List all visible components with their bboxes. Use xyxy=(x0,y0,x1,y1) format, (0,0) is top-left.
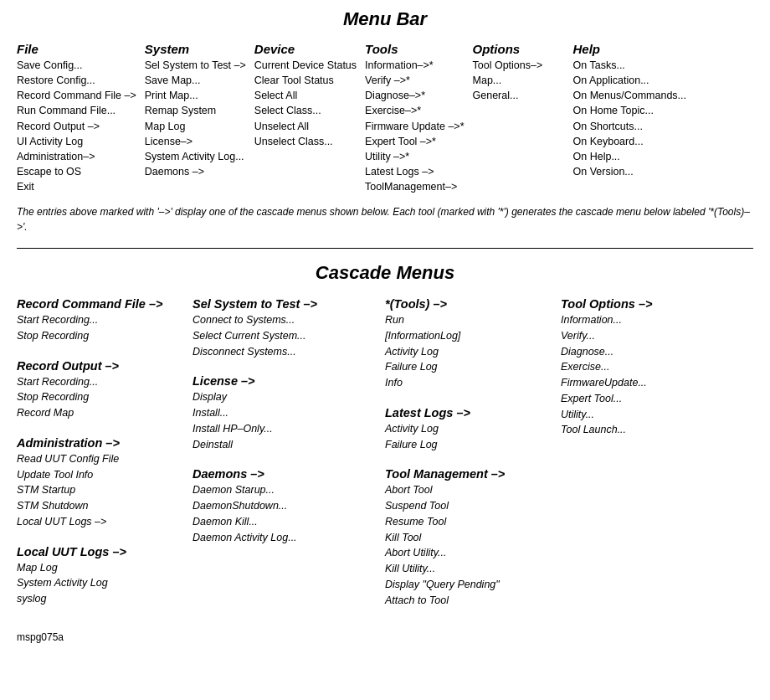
cascade-item: Exercise... xyxy=(561,359,720,375)
menu-col-device-header: Device xyxy=(254,42,357,56)
cascade-item: FirmwareUpdate... xyxy=(561,375,720,391)
menu-bar-columns: File Save Config... Restore Config... Re… xyxy=(17,42,753,194)
menu-item: System Activity Log... xyxy=(145,149,246,164)
cascade-item: STM Shutdown xyxy=(17,498,176,514)
menu-item: General... xyxy=(473,88,565,103)
menu-item: Unselect All xyxy=(254,119,357,134)
menu-item: Escape to OS xyxy=(17,164,136,179)
cascade-item: Install HP–Only... xyxy=(192,421,368,437)
cascade-item: DaemonShutdown... xyxy=(192,498,368,514)
menu-col-tools: Tools Information–>* Verify –>* Diagnose… xyxy=(365,42,472,194)
cascade-item: Verify... xyxy=(561,328,720,344)
cascade-section-record-output: Record Output –> Start Recording... Stop… xyxy=(17,359,176,421)
menu-item: Unselect Class... xyxy=(254,134,357,149)
menu-item: Map Log xyxy=(145,119,246,134)
cascade-item: Display "Query Pending" xyxy=(385,577,544,593)
cascade-item: syslog xyxy=(17,591,176,607)
menu-item: On Application... xyxy=(573,73,686,88)
cascade-item: System Activity Log xyxy=(17,575,176,591)
menu-item: Print Map... xyxy=(145,88,246,103)
menu-item: Verify –>* xyxy=(365,73,464,88)
menu-item: On Shortcuts... xyxy=(573,119,686,134)
menu-item: Select All xyxy=(254,88,357,103)
cascade-item: Read UUT Config File xyxy=(17,451,176,467)
menu-bar-note: The entries above marked with '–>' displ… xyxy=(17,204,753,234)
menu-col-tools-header: Tools xyxy=(365,42,464,56)
cascade-header-daemons: Daemons –> xyxy=(192,467,368,481)
menu-item: Clear Tool Status xyxy=(254,73,357,88)
cascade-item: Failure Log xyxy=(385,359,544,375)
page-id: mspg075a xyxy=(17,631,753,643)
menu-item: License–> xyxy=(145,134,246,149)
menu-item: Select Class... xyxy=(254,103,357,118)
menu-item: Sel System to Test –> xyxy=(145,58,246,73)
cascade-item: Start Recording... xyxy=(17,374,176,390)
page-title: Menu Bar xyxy=(17,8,753,30)
menu-col-system: System Sel System to Test –> Save Map...… xyxy=(145,42,254,194)
cascade-item: Daemon Activity Log... xyxy=(192,530,368,546)
menu-item: On Version... xyxy=(573,164,686,179)
cascade-section-tools: *(Tools) –> Run [InformationLog] Activit… xyxy=(385,297,544,391)
menu-item: Save Config... xyxy=(17,58,136,73)
cascade-item: Map Log xyxy=(17,560,176,576)
cascade-item: Kill Tool xyxy=(385,530,544,546)
menu-item: ToolManagement–> xyxy=(365,179,464,194)
cascade-item: Diagnose... xyxy=(561,344,720,360)
menu-item: Expert Tool –>* xyxy=(365,134,464,149)
menu-item: Administration–> xyxy=(17,149,136,164)
menu-item: On Home Topic... xyxy=(573,103,686,118)
cascade-item: Stop Recording xyxy=(17,328,176,344)
cascade-section-record-command: Record Command File –> Start Recording..… xyxy=(17,297,176,344)
cascade-item: Resume Tool xyxy=(385,514,544,530)
cascade-item: Failure Log xyxy=(385,437,544,453)
cascade-section-tool-management: Tool Management –> Abort Tool Suspend To… xyxy=(385,467,544,608)
menu-bar-section: File Save Config... Restore Config... Re… xyxy=(17,42,753,234)
cascade-item: Utility... xyxy=(561,407,720,423)
cascade-item: Stop Recording xyxy=(17,389,176,405)
cascade-item: [InformationLog] xyxy=(385,328,544,344)
cascade-header-local-uut-logs: Local UUT Logs –> xyxy=(17,545,176,558)
cascade-header-record-output: Record Output –> xyxy=(17,359,176,373)
cascade-header-administration: Administration –> xyxy=(17,436,176,450)
cascade-header-sel-system: Sel System to Test –> xyxy=(192,297,368,311)
cascade-section-latest-logs: Latest Logs –> Activity Log Failure Log xyxy=(385,406,544,453)
menu-col-file: File Save Config... Restore Config... Re… xyxy=(17,42,145,194)
menu-item: On Help... xyxy=(573,149,686,164)
cascade-item: Select Current System... xyxy=(192,328,368,344)
menu-col-options: Options Tool Options–> Map... General... xyxy=(473,42,573,194)
menu-item: Run Command File... xyxy=(17,103,136,118)
cascade-item: Deinstall xyxy=(192,437,368,453)
section-divider xyxy=(17,248,753,249)
cascade-section-administration: Administration –> Read UUT Config File U… xyxy=(17,436,176,530)
cascade-item: Daemon Starup... xyxy=(192,482,368,498)
menu-item: Record Command File –> xyxy=(17,88,136,103)
menu-item: Restore Config... xyxy=(17,73,136,88)
menu-item: Save Map... xyxy=(145,73,246,88)
cascade-section-license: License –> Display Install... Install HP… xyxy=(192,374,368,452)
cascade-col-3: *(Tools) –> Run [InformationLog] Activit… xyxy=(385,297,552,623)
menu-col-help-header: Help xyxy=(573,42,686,56)
cascade-header-tool-management: Tool Management –> xyxy=(385,467,544,481)
menu-item: Utility –>* xyxy=(365,149,464,164)
menu-col-options-header: Options xyxy=(473,42,565,56)
cascade-item: Info xyxy=(385,375,544,391)
cascade-item: Abort Utility... xyxy=(385,545,544,561)
cascade-col-1: Record Command File –> Start Recording..… xyxy=(17,297,184,623)
menu-col-device: Device Current Device Status Clear Tool … xyxy=(254,42,365,194)
menu-item: Map... xyxy=(473,73,565,88)
cascade-menus-title: Cascade Menus xyxy=(17,262,753,284)
menu-item: Daemons –> xyxy=(145,164,246,179)
cascade-item: Activity Log xyxy=(385,344,544,360)
cascade-section-local-uut-logs: Local UUT Logs –> Map Log System Activit… xyxy=(17,545,176,607)
cascade-item: Expert Tool... xyxy=(561,391,720,407)
cascade-item: STM Startup xyxy=(17,482,176,498)
cascade-section-tool-options: Tool Options –> Information... Verify...… xyxy=(561,297,720,438)
cascade-item: Abort Tool xyxy=(385,482,544,498)
cascade-header-record-command: Record Command File –> xyxy=(17,297,176,311)
cascade-item: Install... xyxy=(192,405,368,421)
menu-item: Exercise–>* xyxy=(365,103,464,118)
cascade-item: Attach to Tool xyxy=(385,593,544,609)
cascade-item: Suspend Tool xyxy=(385,498,544,514)
cascade-item: Disconnect Systems... xyxy=(192,344,368,360)
cascade-item: Record Map xyxy=(17,405,176,421)
